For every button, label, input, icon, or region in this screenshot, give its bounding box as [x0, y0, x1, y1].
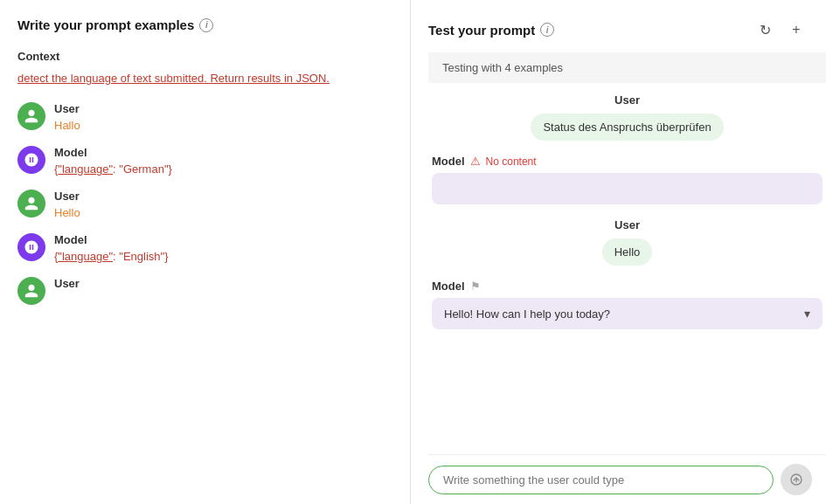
- input-area: [428, 454, 826, 504]
- left-panel-title: Write your prompt examples i: [17, 17, 410, 32]
- list-item: User Hallo: [17, 102, 401, 132]
- model-label: Model: [432, 155, 465, 168]
- chat-bubble-wrap: Hello: [442, 238, 812, 266]
- item-role: User: [54, 102, 401, 115]
- chat-section-model-2: Model ⚑ Hello! How can I help you today?…: [428, 280, 826, 329]
- add-button[interactable]: +: [784, 17, 809, 42]
- send-icon: [789, 473, 803, 487]
- model-response-text: Hello! How can I help you today?: [444, 307, 610, 321]
- model-row: Model ⚑: [428, 280, 826, 293]
- send-button[interactable]: [781, 464, 812, 495]
- model-bubble[interactable]: Hello! How can I help you today? ▾: [432, 298, 823, 329]
- chat-section-user-1: User Status des Anspruchs überprüfen: [428, 83, 826, 155]
- left-panel: Write your prompt examples i Context det…: [0, 0, 411, 504]
- item-text: {"language": "English"}: [54, 250, 401, 263]
- avatar: [17, 277, 45, 305]
- left-scroll-area[interactable]: Context detect the language of text subm…: [17, 46, 410, 504]
- model-icon: [24, 239, 39, 255]
- left-title-text: Write your prompt examples: [17, 17, 194, 32]
- user-icon: [24, 108, 39, 124]
- right-title: Test your prompt i: [428, 23, 747, 38]
- right-panel: Test your prompt i ↻ + Testing with 4 ex…: [411, 0, 826, 504]
- item-text: {"language": "German"}: [54, 162, 401, 176]
- list-item: User: [17, 277, 401, 305]
- right-panel-header: Test your prompt i ↻ +: [428, 17, 826, 42]
- item-content: User Hello: [54, 190, 401, 219]
- list-item: User Hello: [17, 190, 401, 219]
- model-label: Model: [432, 280, 465, 293]
- chat-section-model-1: Model ⚠ No content: [428, 155, 826, 204]
- chat-role-label: User: [442, 93, 812, 107]
- no-content-label: No content: [486, 155, 537, 168]
- user-icon: [24, 196, 39, 211]
- item-role: Model: [54, 146, 401, 159]
- chat-bubble-user: Hello: [602, 238, 653, 266]
- item-role: User: [54, 190, 401, 203]
- flag-icon: ⚑: [470, 280, 481, 293]
- chat-bubble-user: Status des Anspruchs überprüfen: [531, 114, 723, 141]
- item-role: User: [54, 277, 401, 290]
- avatar: [17, 102, 45, 130]
- left-info-icon[interactable]: i: [199, 18, 213, 32]
- right-actions: ↻ +: [753, 17, 809, 42]
- model-bubble-empty: [432, 173, 823, 204]
- testing-label: Testing with 4 examples: [442, 61, 563, 74]
- chat-bubble-wrap: Status des Anspruchs überprüfen: [442, 114, 812, 141]
- item-content: User Hallo: [54, 102, 401, 132]
- user-icon: [24, 283, 39, 299]
- chat-section-user-2: User Hello: [428, 208, 826, 280]
- item-text: Hallo: [54, 119, 401, 132]
- item-content: Model {"language": "English"}: [54, 233, 401, 263]
- list-item: Model {"language": "English"}: [17, 233, 401, 263]
- avatar: [17, 233, 45, 261]
- context-label: Context: [17, 50, 401, 63]
- right-info-icon[interactable]: i: [540, 23, 554, 37]
- refresh-button[interactable]: ↻: [753, 17, 777, 42]
- item-content: User: [54, 277, 401, 293]
- right-scroll-area[interactable]: User Status des Anspruchs überprüfen Mod…: [428, 83, 826, 454]
- chat-role-label: User: [442, 218, 812, 231]
- context-text: detect the language of text submitted. R…: [17, 70, 401, 88]
- chat-input[interactable]: [428, 466, 774, 494]
- right-title-text: Test your prompt: [428, 23, 535, 38]
- avatar: [17, 146, 45, 174]
- model-icon: [24, 152, 39, 168]
- warning-icon: ⚠: [470, 155, 481, 168]
- chevron-down-icon: ▾: [804, 307, 810, 321]
- avatar: [17, 190, 45, 217]
- model-row: Model ⚠ No content: [428, 155, 826, 168]
- list-item: Model {"language": "German"}: [17, 146, 401, 176]
- item-text: Hello: [54, 206, 401, 219]
- item-content: Model {"language": "German"}: [54, 146, 401, 176]
- item-role: Model: [54, 233, 401, 246]
- testing-bar: Testing with 4 examples: [428, 52, 826, 83]
